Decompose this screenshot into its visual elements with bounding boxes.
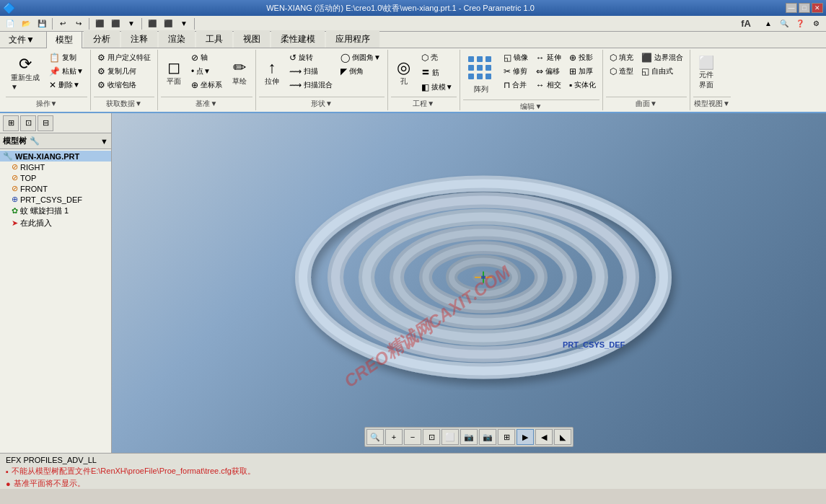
user-feature-button[interactable]: ⚙用户定义特征 — [94, 51, 154, 64]
modeltree-menu-icon[interactable]: ▼ — [100, 137, 108, 146]
sketch-button[interactable]: ✏ 草绘 — [227, 51, 252, 95]
offset-button[interactable]: ⇔偏移 — [532, 65, 565, 78]
view-btn1[interactable]: ⊡ — [423, 429, 440, 445]
pattern-button[interactable]: 阵列 — [463, 51, 499, 98]
status-bar: EFX PROFILES_ADV_LL ▪ 不能从模型树配置文件E:\RenXH… — [0, 453, 826, 489]
tree-item-right[interactable]: ⊘ RIGHT — [0, 162, 111, 172]
extrude-label: 拉伸 — [265, 76, 279, 87]
minimize-button[interactable]: — — [786, 3, 797, 13]
freestyle-icon: ◱ — [641, 66, 649, 76]
redo-button[interactable]: ↪ — [71, 17, 86, 30]
tree-settings-btn[interactable]: ⊟ — [38, 115, 53, 131]
qa-btn3[interactable]: ▼ — [124, 17, 139, 30]
point-button[interactable]: •点▼ — [188, 65, 226, 78]
shell-button[interactable]: ⬡壳 — [418, 51, 457, 64]
revolve-icon: ↺ — [289, 53, 296, 63]
rib-button[interactable]: 〓筋 — [418, 65, 457, 80]
save-button[interactable]: 💾 — [35, 17, 49, 30]
tab-flexible[interactable]: 柔性建模 — [271, 30, 325, 48]
tree-filter-btn[interactable]: ⊡ — [20, 115, 36, 131]
tab-apps[interactable]: 应用程序 — [326, 30, 379, 48]
round-button[interactable]: ◯倒圆角▼ — [337, 51, 385, 64]
axis-button[interactable]: ⊘轴 — [188, 51, 226, 64]
statusbar-text2: 不能从模型树配置文件E:\RenXH\proeFile\Proe_format\… — [12, 466, 255, 477]
undo-button[interactable]: ↩ — [56, 17, 70, 30]
view-extra-btn[interactable]: ◣ — [554, 429, 571, 445]
project-icon: ⊕ — [569, 53, 576, 63]
freestyle-button[interactable]: ◱自由式 — [638, 65, 687, 78]
copy-geom-button[interactable]: ⚙复制几何 — [94, 65, 154, 78]
shrink-wrap-button[interactable]: ⚙收缩包络 — [94, 79, 154, 92]
intersect-button[interactable]: ↔相交 — [532, 79, 565, 92]
merge-icon: ⊓ — [504, 80, 510, 90]
plane-button[interactable]: ◻ 平面 — [161, 51, 187, 95]
hole-button[interactable]: ◎ 孔 — [391, 51, 417, 95]
boundary-blend-button[interactable]: ⬛边界混合 — [638, 51, 687, 64]
mirror-button[interactable]: ◱镜像 — [500, 51, 532, 64]
component-interface-button[interactable]: ⬜ 元件界面 — [693, 51, 719, 95]
extend-button[interactable]: ↔延伸 — [532, 51, 565, 64]
ribbon-group-engineering: ◎ 孔 ⬡壳 〓筋 ◧拔模▼ 工程▼ — [388, 50, 460, 110]
chamfer-button[interactable]: ◤倒角 — [337, 65, 385, 78]
settings-btn[interactable]: ⚙ — [809, 17, 823, 30]
tab-view[interactable]: 视图 — [234, 30, 270, 48]
tab-model[interactable]: 模型 — [46, 31, 82, 48]
camera-btn1[interactable]: 📷 — [460, 429, 478, 445]
active-view-btn[interactable]: ▶ — [517, 429, 534, 445]
zoom-in-btn[interactable]: + — [385, 429, 403, 445]
paste-button[interactable]: 📌粘贴▼ — [45, 65, 87, 78]
qa-btn4[interactable]: ⬛ — [145, 17, 159, 30]
draft-button[interactable]: ◧拔模▼ — [418, 81, 457, 94]
new-button[interactable]: 📄 — [3, 17, 17, 30]
zoom-out-btn[interactable]: − — [404, 429, 421, 445]
grid-btn[interactable]: ⊞ — [498, 429, 515, 445]
qa-btn6[interactable]: ▼ — [177, 17, 191, 30]
tab-annotation[interactable]: 注释 — [121, 30, 157, 48]
trim-button[interactable]: ✂修剪 — [500, 65, 532, 78]
thicken-button[interactable]: ⊞加厚 — [566, 65, 599, 78]
extrude-button[interactable]: ↑ 拉伸 — [259, 51, 285, 95]
copy-button[interactable]: 📋复制 — [45, 51, 87, 64]
help-btn[interactable]: ❓ — [793, 17, 807, 30]
tree-front-icon: ⊘ — [12, 184, 18, 193]
sweep-button[interactable]: ⟿扫描 — [286, 65, 336, 78]
delete-button[interactable]: ✕删除▼ — [45, 79, 87, 92]
open-button[interactable]: 📂 — [19, 17, 33, 30]
tab-render[interactable]: 渲染 — [159, 30, 195, 48]
regenerate-icon: ⟳ — [19, 56, 32, 72]
tree-item-front[interactable]: ⊘ FRONT — [0, 183, 111, 194]
tab-analysis[interactable]: 分析 — [84, 30, 120, 48]
tree-item-insert[interactable]: ➤ 在此插入 — [0, 217, 111, 229]
qa-btn5[interactable]: ⬛ — [161, 17, 175, 30]
window-controls: — □ ✕ — [786, 3, 823, 13]
arrow-up-btn[interactable]: ▲ — [761, 17, 776, 30]
tree-item-top[interactable]: ⊘ TOP — [0, 172, 111, 183]
tree-item-root[interactable]: 🔧 WEN-XIANG.PRT — [0, 151, 111, 162]
tree-view-btn[interactable]: ⊞ — [3, 115, 19, 131]
merge-button[interactable]: ⊓合并 — [500, 79, 532, 92]
project-button[interactable]: ⊕投影 — [566, 51, 599, 64]
solidify-button[interactable]: ▪实体化 — [566, 79, 599, 92]
engineering-label: 工程▼ — [391, 97, 457, 109]
regenerate-button[interactable]: ⟳ 重新生成▼ — [6, 51, 45, 95]
close-button[interactable]: ✕ — [812, 3, 823, 13]
search-btn[interactable]: 🔍 — [777, 17, 791, 30]
maximize-button[interactable]: □ — [799, 3, 810, 13]
modeltree-settings-icon[interactable]: 🔧 — [30, 136, 40, 146]
camera-btn2[interactable]: 📷 — [479, 429, 496, 445]
style-button[interactable]: ⬡造型 — [606, 65, 637, 78]
fill-button[interactable]: ⬡填充 — [606, 51, 637, 64]
tree-item-csys[interactable]: ⊕ PRT_CSYS_DEF — [0, 194, 111, 205]
qa-btn1[interactable]: ⬛ — [92, 17, 107, 30]
qa-btn2[interactable]: ⬛ — [108, 17, 123, 30]
zoom-fit-btn[interactable]: 🔍 — [366, 429, 384, 445]
sweep-blend-button[interactable]: ⟿扫描混合 — [286, 79, 336, 92]
tab-tools[interactable]: 工具 — [196, 30, 232, 48]
menu-file[interactable]: 文件▼ — [3, 32, 40, 47]
viewport[interactable]: PRT_CSYS_DEF CREO精诚网CAXIT.COM 🔍 + − ⊡ ⬜ … — [112, 113, 826, 453]
revolve-button[interactable]: ↺旋转 — [286, 51, 336, 64]
tree-item-spiral[interactable]: ✿ 蚊 螺旋扫描 1 — [0, 205, 111, 217]
csys-button[interactable]: ⊕坐标系 — [188, 79, 226, 92]
view-btn2[interactable]: ⬜ — [441, 429, 459, 445]
view-back-btn[interactable]: ◀ — [535, 429, 553, 445]
